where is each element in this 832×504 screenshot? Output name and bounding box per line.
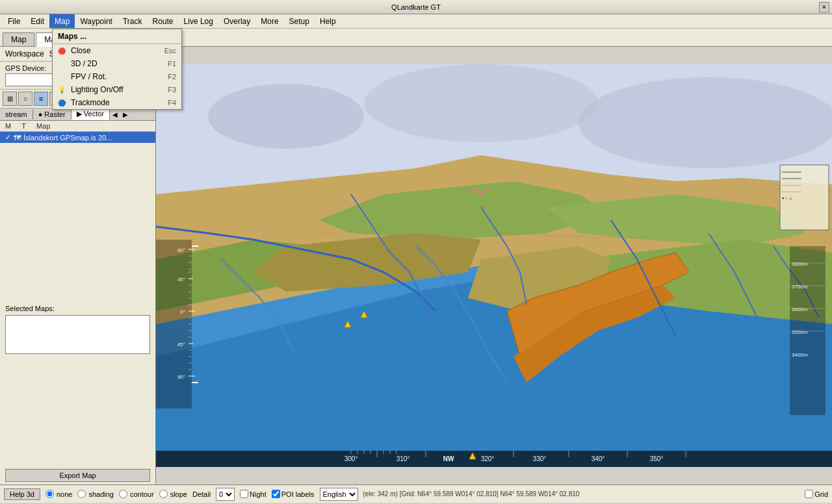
- left-panel: Workspace Summary (clear GPS Device: ⊞ ○…: [0, 47, 156, 485]
- grid-checkbox[interactable]: [805, 490, 813, 498]
- col-t: T: [21, 122, 26, 130]
- svg-text:3400m: 3400m: [792, 352, 808, 358]
- svg-text:3700m: 3700m: [792, 284, 808, 290]
- svg-text:45°: 45°: [177, 277, 185, 283]
- selected-maps-box: [5, 315, 150, 354]
- menu-more[interactable]: More: [255, 14, 283, 28]
- sub-tab-vector[interactable]: ▶ Vector: [72, 108, 110, 120]
- menu-waypoint[interactable]: Waypoint: [75, 14, 118, 28]
- svg-point-18: [486, 188, 489, 192]
- radio-none[interactable]: [46, 490, 54, 498]
- svg-text:3800m: 3800m: [792, 261, 808, 267]
- export-map-button[interactable]: Export Map: [5, 469, 150, 482]
- dropdown-trackmode[interactable]: 🔵 Trackmode F4: [53, 96, 181, 109]
- dropdown-fpv[interactable]: FPV / Rot. F2: [53, 70, 181, 83]
- menu-map[interactable]: Map: [49, 14, 75, 28]
- menu-route[interactable]: Route: [148, 14, 179, 28]
- poi-labels-checkbox[interactable]: [272, 490, 280, 498]
- tb-grid-icon[interactable]: ⊞: [3, 92, 17, 106]
- map-list-spacer: [0, 143, 155, 302]
- map-name: Íslandskort GPSmap.is 20...: [23, 134, 112, 142]
- sub-tab-stream[interactable]: stream: [0, 109, 33, 120]
- selected-maps-label: Selected Maps:: [5, 305, 150, 312]
- sub-tabs: stream ● Raster ▶ Vector ◀ ▶: [0, 108, 155, 121]
- svg-point-2: [208, 84, 364, 149]
- svg-text:3600m: 3600m: [792, 307, 808, 312]
- lighting-icon: 💡: [58, 86, 68, 94]
- selected-maps-section: Selected Maps:: [0, 302, 155, 466]
- radio-slope[interactable]: [159, 490, 168, 498]
- map-check-icon: ✓: [5, 133, 11, 142]
- svg-text:330°: 330°: [533, 455, 547, 462]
- grid-checkbox-label[interactable]: Grid: [805, 490, 828, 498]
- dropdown-3d2d[interactable]: 3D / 2D F1: [53, 57, 181, 70]
- map-list-item[interactable]: ✓ 🗺 Íslandskort GPSmap.is 20...: [0, 132, 155, 143]
- status-bar: Help 3d none shading contour slope Detai…: [0, 485, 832, 503]
- workspace-label[interactable]: Workspace: [5, 49, 44, 58]
- svg-text:310°: 310°: [396, 455, 410, 462]
- radio-contour[interactable]: [119, 490, 127, 498]
- close-icon: 🔴: [58, 47, 68, 55]
- svg-text:───────: ───────: [781, 190, 802, 194]
- map-dropdown: Maps ... 🔴 Close Esc 3D / 2D F1 FPV / Ro…: [52, 29, 182, 110]
- svg-text:45°: 45°: [177, 342, 185, 347]
- col-m: M: [5, 122, 11, 130]
- map-view[interactable]: 90° 45° 0° 45° 90°: [156, 47, 832, 485]
- dropdown-close[interactable]: 🔴 Close Esc: [53, 44, 181, 57]
- tb-list-icon[interactable]: ≡: [34, 92, 48, 106]
- svg-text:300°: 300°: [344, 455, 358, 462]
- radio-none-group: none: [46, 490, 72, 498]
- menu-track[interactable]: Track: [118, 14, 148, 28]
- svg-point-3: [364, 64, 598, 142]
- app-title: QLandkarte GT: [391, 3, 441, 11]
- svg-text:═══════: ═══════: [781, 170, 802, 174]
- svg-text:90°: 90°: [177, 374, 185, 380]
- svg-text:90°: 90°: [177, 247, 185, 253]
- menu-help[interactable]: Help: [315, 14, 341, 28]
- menu-file[interactable]: File: [3, 14, 25, 28]
- map-type-icon: 🗺: [14, 134, 21, 142]
- detail-select[interactable]: 0 1 2: [216, 488, 235, 501]
- menu-livelog[interactable]: Live Log: [179, 14, 218, 28]
- sub-nav-left[interactable]: ◀: [110, 110, 120, 120]
- poi-labels-checkbox-label[interactable]: POI labels: [272, 490, 315, 498]
- menu-bar: File Edit Map Waypoint Track Route Live …: [0, 14, 832, 29]
- detail-label: Detail: [192, 490, 211, 498]
- dropdown-lighting[interactable]: 💡 Lighting On/Off F3: [53, 83, 181, 96]
- night-checkbox-label[interactable]: Night: [240, 490, 266, 498]
- svg-rect-24: [156, 240, 192, 409]
- radio-shading[interactable]: [77, 490, 86, 498]
- menu-setup[interactable]: Setup: [284, 14, 315, 28]
- svg-point-16: [472, 188, 477, 194]
- svg-text:═══════: ═══════: [781, 177, 802, 181]
- radio-none-label[interactable]: none: [57, 490, 72, 498]
- svg-text:3500m: 3500m: [792, 329, 808, 335]
- tab-map[interactable]: Map: [3, 32, 34, 46]
- main-layout: Workspace Summary (clear GPS Device: ⊞ ○…: [0, 47, 832, 485]
- col-map: Map: [36, 122, 50, 130]
- language-select[interactable]: English: [320, 488, 358, 501]
- svg-text:───────: ───────: [781, 183, 802, 187]
- svg-point-17: [479, 192, 483, 196]
- sub-nav-right[interactable]: ▶: [120, 110, 131, 120]
- radio-shading-label[interactable]: shading: [88, 490, 114, 498]
- night-checkbox[interactable]: [240, 490, 248, 498]
- svg-text:340°: 340°: [592, 455, 605, 462]
- svg-text:350°: 350°: [650, 455, 664, 462]
- svg-text:NW: NW: [443, 455, 454, 462]
- menu-edit[interactable]: Edit: [25, 14, 49, 28]
- sub-tab-raster[interactable]: ● Raster: [33, 109, 72, 120]
- trackmode-icon: 🔵: [58, 99, 68, 107]
- close-button[interactable]: ✕: [819, 2, 829, 12]
- svg-point-4: [578, 77, 832, 168]
- radio-slope-group: slope: [159, 490, 187, 498]
- help-3d-button[interactable]: Help 3d: [4, 488, 40, 500]
- map-list-header: M T Map: [0, 121, 155, 132]
- tb-globe-icon[interactable]: ○: [18, 92, 32, 106]
- radio-shading-group: shading: [77, 490, 114, 498]
- radio-contour-label[interactable]: contour: [130, 490, 154, 498]
- radio-slope-label[interactable]: slope: [170, 490, 187, 498]
- svg-text:●  ○  △: ● ○ △: [782, 196, 792, 200]
- status-coords: (ele: 342 m) [Grid: N64° 59.589 W014° 02…: [363, 490, 580, 498]
- menu-overlay[interactable]: Overlay: [218, 14, 255, 28]
